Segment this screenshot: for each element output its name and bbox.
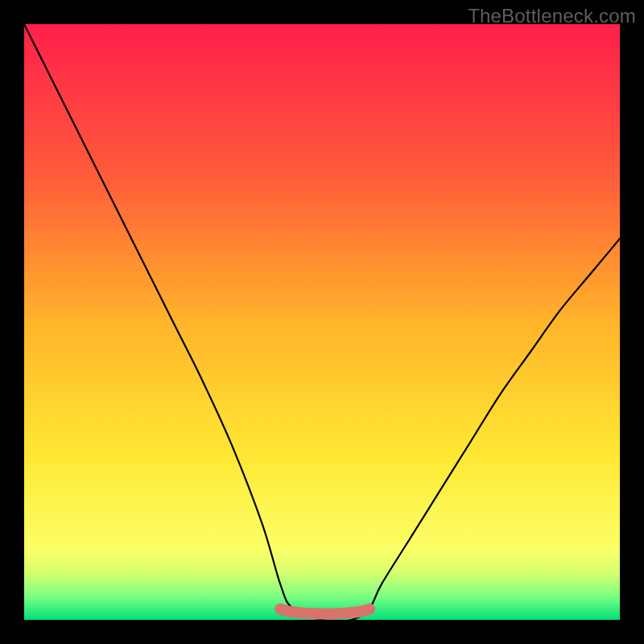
chart-background-gradient — [24, 24, 620, 620]
chart-frame: TheBottleneck.com — [0, 0, 644, 644]
chart-plot-area — [24, 24, 620, 620]
watermark-text: TheBottleneck.com — [468, 5, 636, 27]
bottleneck-chart — [24, 24, 620, 620]
optimal-flat-region — [280, 609, 369, 614]
